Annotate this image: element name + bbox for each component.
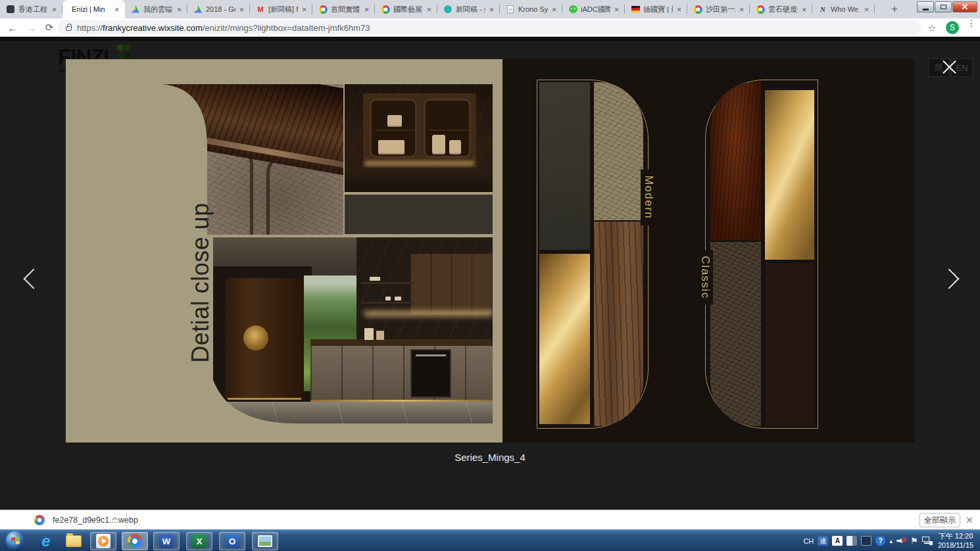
tab-close-icon[interactable]: × (237, 5, 246, 14)
tab-9[interactable]: iADC國際× (562, 0, 625, 18)
shelf-line (429, 130, 469, 131)
tab-close-icon[interactable]: × (50, 5, 59, 14)
tab-title: Krono Sys (518, 5, 548, 13)
google-drive-icon (193, 5, 203, 14)
clock-date: 2018/11/15 (934, 540, 977, 550)
tab-title: 德國寶 | 最 (643, 5, 673, 14)
address-bar[interactable]: https://frankycreative.wixsite.com/enizi… (58, 20, 921, 35)
help-icon[interactable]: ? (875, 536, 885, 546)
lightbox-caption: Series_Mings_4 (66, 452, 914, 463)
tab-close-icon[interactable]: × (862, 5, 871, 14)
action-center-flag-icon[interactable]: ⚑ (910, 536, 918, 546)
ime-mode-icon[interactable]: A (832, 536, 843, 546)
bowl (370, 277, 380, 281)
profile-avatar[interactable]: S (946, 21, 959, 34)
close-window-button[interactable]: ✕ (952, 1, 977, 12)
tab-close-icon[interactable]: × (675, 5, 683, 14)
download-caret-icon[interactable]: ^ (112, 516, 117, 524)
site-logo-squares-icon (117, 45, 131, 59)
tab-close-icon[interactable]: × (425, 5, 433, 14)
tab-13[interactable]: NWho We A× (812, 0, 875, 18)
google-icon (756, 5, 765, 14)
tab-title: 沙田第一城 (706, 5, 735, 14)
tab-12[interactable]: 雲石硬度分× (750, 0, 812, 18)
back-button[interactable]: ← (5, 20, 20, 35)
windows-logo-icon (11, 537, 20, 544)
taskbar-excel-button[interactable]: X (186, 532, 212, 550)
taskbar-mediaplayer-button[interactable] (90, 532, 116, 550)
tab-title: Enizi | Min (72, 5, 110, 13)
tab-close-icon[interactable]: × (362, 5, 371, 14)
lightbox-image[interactable]: Detial close up Modern Classic (66, 59, 914, 443)
show-hidden-icons[interactable]: ▴ (889, 537, 893, 544)
beige-curve-shape (66, 59, 303, 443)
google-icon (693, 5, 702, 14)
swatch-crackle-leather (594, 82, 643, 220)
taskbar-word-button[interactable]: W (153, 532, 180, 550)
tab-title: 國際藝展中 (393, 5, 423, 14)
taskbar-photoviewer-button[interactable] (252, 532, 278, 550)
cabinet-body (363, 93, 476, 163)
maximize-button[interactable] (935, 1, 952, 12)
network-icon[interactable] (922, 537, 933, 545)
tab-11[interactable]: 沙田第一城× (687, 0, 750, 18)
tab-close-icon[interactable]: × (112, 5, 121, 14)
excel-icon: X (192, 534, 207, 548)
volume-muted-icon[interactable] (896, 537, 906, 545)
download-filename[interactable]: fe2e78_d9e9c1....webp (53, 515, 138, 525)
clock-time: 下午 12:20 (934, 531, 977, 540)
word-icon: W (159, 534, 174, 548)
tab-5[interactable]: 首間實體店× (312, 0, 375, 18)
taskbar-clock[interactable]: 下午 12:20 2018/11/15 (934, 531, 977, 550)
taskbar-outlook-button[interactable]: O (219, 532, 245, 550)
tab-6[interactable]: 國際藝展中× (375, 0, 437, 18)
taskbar-ie-button[interactable]: e (33, 532, 59, 550)
tab-0[interactable]: 香港工程× (0, 0, 62, 18)
taskbar-explorer-button[interactable] (61, 532, 87, 550)
tab-7[interactable]: 新聞稿 - 生× (437, 0, 500, 18)
browser-window: 香港工程× Enizi | Min× 我的雲端硬× 2018 - Go× M[新… (0, 0, 980, 551)
reload-button[interactable]: ⟳ (42, 20, 57, 35)
new-tab-button[interactable]: + (887, 2, 902, 16)
countertop (310, 339, 493, 346)
tab-title: 新聞稿 - 生 (456, 5, 485, 14)
download-bar: fe2e78_d9e9c1....webp ^ 全部顯示 ✕ (0, 510, 980, 529)
window-controls: ✕ (916, 1, 977, 12)
folder-icon (66, 535, 82, 547)
tab-close-icon[interactable]: × (550, 5, 558, 14)
ime-speed-icon[interactable]: 速 (818, 536, 828, 546)
tab-close-icon[interactable]: × (612, 5, 621, 14)
minimize-button[interactable] (917, 1, 934, 12)
start-button[interactable] (6, 531, 24, 550)
tab-2[interactable]: 我的雲端硬× (125, 0, 187, 18)
lightbox-close-button[interactable] (939, 57, 959, 77)
tab-title: Who We A (831, 5, 860, 13)
keyboard-icon[interactable] (861, 536, 871, 546)
google-icon (381, 5, 390, 14)
tab-1-active[interactable]: Enizi | Min× (62, 0, 125, 18)
tab-3[interactable]: 2018 - Go× (187, 0, 250, 18)
tab-close-icon[interactable]: × (800, 5, 808, 14)
tab-close-icon[interactable]: × (487, 5, 496, 14)
tab-8[interactable]: Krono Sys× (500, 0, 562, 18)
show-all-downloads-button[interactable]: 全部顯示 (919, 513, 960, 527)
dark-block (345, 195, 493, 234)
download-bar-close-button[interactable]: ✕ (966, 515, 973, 525)
ime-language-indicator[interactable]: CH (803, 537, 814, 545)
forward-button[interactable]: → (24, 20, 38, 35)
lightbox-next-arrow[interactable] (939, 268, 959, 289)
bookmark-star-icon[interactable]: ☆ (927, 22, 936, 34)
tab-close-icon[interactable]: × (175, 5, 184, 14)
tab-close-icon[interactable]: × (737, 5, 746, 14)
tab-4[interactable]: M[新聞稿] M× (250, 0, 312, 18)
tab-title: 我的雲端硬 (143, 5, 173, 14)
page-content: FINZI uni 簡 EN (0, 37, 980, 510)
lightbox-prev-arrow[interactable] (23, 268, 43, 289)
taskbar-chrome-button[interactable] (122, 532, 148, 550)
ime-panel-icon[interactable] (846, 536, 857, 546)
lower-cabinets (310, 346, 493, 401)
browser-menu-icon[interactable]: ⋮ (967, 21, 975, 26)
toolbar: ← → ⟳ https://frankycreative.wixsite.com… (0, 18, 980, 37)
tab-10[interactable]: 德國寶 | 最× (625, 0, 687, 18)
tab-close-icon[interactable]: × (300, 5, 308, 14)
